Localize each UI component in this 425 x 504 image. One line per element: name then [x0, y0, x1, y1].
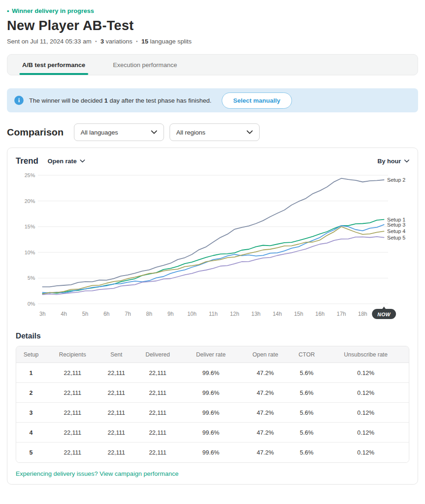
series-label-setup-5: Setup 5: [387, 235, 406, 240]
y-axis-tick-label: 0%: [27, 301, 35, 307]
table-cell: 0.12%: [323, 363, 409, 383]
details-heading: Details: [16, 332, 409, 340]
y-axis-tick-label: 25%: [24, 172, 35, 178]
info-icon: i: [14, 96, 24, 105]
table-cell: 47.2%: [240, 403, 291, 423]
column-header-ctor: CTOR: [291, 346, 322, 363]
language-filter-value: All languages: [81, 129, 118, 136]
region-filter-dropdown[interactable]: All regions: [170, 123, 260, 141]
separator-dot-icon: •: [95, 39, 97, 44]
details-table-body: 122,11122,11122,11199.6%47.2%5.6%0.12%22…: [16, 363, 409, 462]
table-cell: 22,111: [46, 423, 99, 443]
y-axis-tick-label: 10%: [24, 250, 35, 255]
tab-ab-test-performance[interactable]: A/B test performance: [15, 55, 93, 75]
x-axis-tick-label: 11h: [209, 311, 218, 317]
status-label: Winner delivery in progress: [12, 7, 94, 14]
table-cell: 47.2%: [240, 423, 291, 443]
x-axis-tick-label: 18h: [358, 311, 367, 317]
table-cell: 22,111: [46, 363, 99, 383]
table-cell: 5.6%: [291, 403, 322, 423]
metric-selector[interactable]: Open rate: [48, 158, 85, 165]
table-cell: 47.2%: [240, 383, 291, 403]
table-cell: 5.6%: [291, 363, 322, 383]
table-cell: 1: [16, 363, 46, 383]
table-cell: 22,111: [99, 403, 134, 423]
x-axis-tick-label: 7h: [125, 311, 131, 317]
table-cell: 22,111: [134, 403, 182, 423]
campaign-status: • Winner delivery in progress: [7, 7, 418, 14]
details-table-head: SetupRecipientsSentDeliveredDeliver rate…: [16, 346, 409, 363]
select-manually-button[interactable]: Select manually: [222, 92, 292, 109]
table-cell: 99.6%: [182, 363, 240, 383]
sent-timestamp: Sent on Jul 11, 2024 05:33 am: [7, 38, 91, 45]
table-cell: 22,111: [99, 383, 134, 403]
x-axis-tick-label: 3h: [39, 311, 45, 317]
series-label-setup-3: Setup 3: [387, 222, 406, 227]
interval-selector[interactable]: By hour: [377, 158, 409, 165]
column-header-delivered: Delivered: [134, 346, 182, 363]
table-row: 422,11122,11122,11199.6%47.2%5.6%0.12%: [16, 423, 409, 443]
table-cell: 99.6%: [182, 423, 240, 443]
table-row: 322,11122,11122,11199.6%47.2%5.6%0.12%: [16, 403, 409, 423]
splits-count: 15 language splits: [141, 38, 192, 45]
table-cell: 5.6%: [291, 423, 322, 443]
x-axis-tick-label: 14h: [273, 311, 282, 317]
table-cell: 22,111: [46, 403, 99, 423]
table-cell: 99.6%: [182, 403, 240, 423]
trend-heading: Trend: [16, 156, 38, 166]
status-dot-icon: •: [7, 7, 9, 14]
table-cell: 2: [16, 383, 46, 403]
y-axis-tick-label: 5%: [27, 275, 35, 281]
table-cell: 5.6%: [291, 383, 322, 403]
x-axis-tick-label: 12h: [230, 311, 239, 317]
column-header-deliver-rate: Deliver rate: [182, 346, 240, 363]
series-line-setup-4: [42, 227, 384, 294]
series-label-setup-4: Setup 4: [387, 228, 406, 234]
x-axis-tick-label: 4h: [61, 311, 67, 317]
table-cell: 5: [16, 443, 46, 462]
table-cell: 3: [16, 403, 46, 423]
view-campaign-performance-link[interactable]: Experiencing delivery issues? View campa…: [16, 470, 178, 477]
tab-bar: A/B test performance Execution performan…: [7, 54, 418, 75]
region-filter-value: All regions: [176, 129, 206, 136]
variations-count: 3 variations: [100, 38, 132, 45]
series-line-setup-5: [42, 237, 384, 295]
column-header-open-rate: Open rate: [240, 346, 291, 363]
x-axis-tick-label: 13h: [251, 311, 261, 317]
x-axis-tick-label: 9h: [168, 311, 174, 317]
x-axis-tick-label: 16h: [316, 311, 325, 317]
table-cell: 4: [16, 423, 46, 443]
table-row: 122,11122,11122,11199.6%47.2%5.6%0.12%: [16, 363, 409, 383]
language-filter-dropdown[interactable]: All languages: [74, 123, 164, 141]
now-badge-label: NOW: [377, 312, 391, 317]
table-cell: 0.12%: [323, 383, 409, 403]
x-axis-tick-label: 10h: [187, 311, 196, 317]
winner-info-banner: i The winner will be decided 1 day after…: [7, 88, 418, 112]
table-row: 522,11122,11122,11199.6%47.2%5.6%0.12%: [16, 443, 409, 462]
chevron-down-icon: [247, 130, 253, 134]
table-row: 222,11122,11122,11199.6%47.2%5.6%0.12%: [16, 383, 409, 403]
chevron-down-icon: [404, 160, 409, 163]
table-cell: 99.6%: [182, 443, 240, 462]
table-cell: 5.6%: [291, 443, 322, 462]
interval-selector-value: By hour: [377, 158, 401, 165]
separator-dot-icon: •: [136, 39, 138, 44]
details-table: SetupRecipientsSentDeliveredDeliver rate…: [16, 346, 409, 463]
metric-selector-value: Open rate: [48, 158, 77, 165]
y-axis-tick-label: 20%: [24, 198, 35, 204]
details-table-header-row: SetupRecipientsSentDeliveredDeliver rate…: [16, 346, 409, 363]
table-cell: 0.12%: [323, 403, 409, 423]
table-cell: 0.12%: [323, 443, 409, 462]
campaign-meta: Sent on Jul 11, 2024 05:33 am • 3 variat…: [7, 38, 418, 45]
tab-execution-performance[interactable]: Execution performance: [106, 55, 185, 75]
column-header-sent: Sent: [99, 346, 134, 363]
chevron-down-icon: [151, 130, 157, 134]
table-cell: 0.12%: [323, 423, 409, 443]
banner-text: The winner will be decided 1 day after t…: [29, 97, 212, 104]
table-cell: 47.2%: [240, 443, 291, 462]
chevron-down-icon: [80, 160, 85, 163]
y-axis-tick-label: 15%: [24, 224, 35, 229]
comparison-section: Comparison All languages All regions: [7, 123, 418, 141]
table-cell: 47.2%: [240, 363, 291, 383]
performance-card: Trend Open rate By hour 0%5%10%15%20%25%…: [7, 148, 418, 485]
